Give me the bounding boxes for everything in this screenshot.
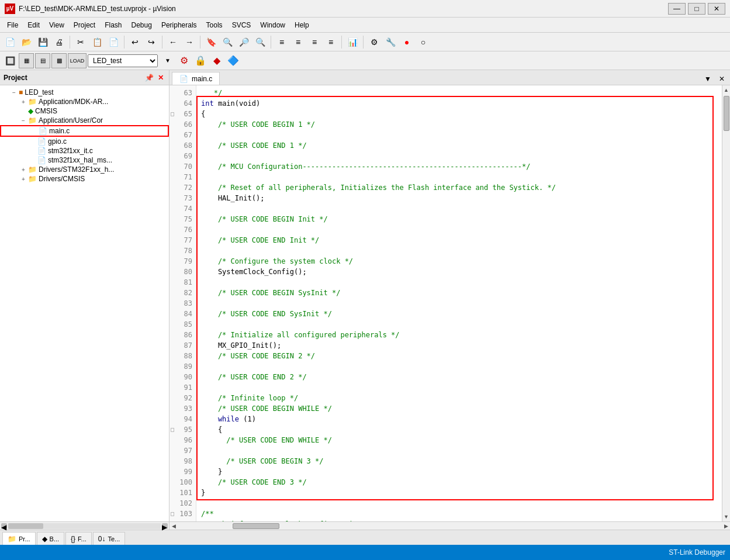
vscroll-track[interactable] xyxy=(723,94,730,513)
code-line-86[interactable]: /* Initialize all configured peripherals… xyxy=(201,330,717,340)
settings-btn[interactable]: ⚙ xyxy=(366,34,382,50)
code-line-66[interactable]: /* USER CODE BEGIN 1 */ xyxy=(201,119,717,130)
code-line-87[interactable]: MX_GPIO_Init(); xyxy=(201,340,717,351)
paste-btn[interactable]: 📄 xyxy=(106,34,121,50)
indent4-btn[interactable]: ≡ xyxy=(323,34,338,50)
code-line-68[interactable]: /* USER CODE END 1 */ xyxy=(201,140,717,151)
tb2-btn2[interactable]: ▦ xyxy=(19,53,34,68)
code-line-90[interactable]: /* USER CODE END 2 */ xyxy=(201,372,717,382)
bookmark-btn[interactable]: 🔖 xyxy=(203,34,219,50)
code-line-88[interactable]: /* USER CODE BEGIN 2 */ xyxy=(201,351,717,361)
menu-item-edit[interactable]: Edit xyxy=(23,20,44,30)
code-line-92[interactable]: /* Infinite loop */ xyxy=(201,393,717,403)
save-all-btn[interactable]: 🖨 xyxy=(51,34,67,50)
code-line-104[interactable]: * @brief System Clock Configuration xyxy=(201,519,717,521)
code-line-93[interactable]: /* USER CODE BEGIN WHILE */ xyxy=(201,403,717,414)
expand-drv-cmsis[interactable]: + xyxy=(19,176,28,182)
code-content[interactable]: */ int main(void) { /* USER CODE BEGIN 1… xyxy=(196,85,722,521)
code-line-102[interactable] xyxy=(201,498,717,509)
code-line-81[interactable] xyxy=(201,277,717,288)
tree-item-drv-cmsis[interactable]: + 📁 Drivers/CMSIS xyxy=(0,174,169,184)
editor-hscrollbar[interactable]: ◀ ▶ xyxy=(169,521,730,530)
code-line-96[interactable]: /* USER CODE END WHILE */ xyxy=(201,435,717,445)
indent1-btn[interactable]: ≡ xyxy=(274,34,289,50)
expand-65[interactable]: □ xyxy=(171,109,174,119)
code-line-91[interactable] xyxy=(201,382,717,393)
hscroll-thumb[interactable] xyxy=(233,523,279,529)
code-line-63[interactable]: */ xyxy=(201,88,717,98)
hscroll-thumb[interactable] xyxy=(8,523,43,529)
bottom-tab-func[interactable]: {} F... xyxy=(65,532,92,545)
code-line-64[interactable]: int main(void) xyxy=(201,98,717,109)
code-line-103[interactable]: /** xyxy=(201,509,717,519)
expand-app-mdk[interactable]: + xyxy=(19,99,28,105)
menu-item-file[interactable]: File xyxy=(2,20,23,30)
bottom-tab-project[interactable]: 📁 Pr... xyxy=(2,532,36,545)
code-line-101[interactable]: } xyxy=(201,488,717,498)
tab-close-btn[interactable]: ✕ xyxy=(716,73,728,85)
find2-btn[interactable]: 🔎 xyxy=(236,34,251,50)
expand-103[interactable]: □ xyxy=(171,509,174,519)
code-line-82[interactable]: /* USER CODE BEGIN SysInit */ xyxy=(201,288,717,298)
menu-item-tools[interactable]: Tools xyxy=(202,20,227,30)
tree-item-stm32-hal[interactable]: 📄 stm32f1xx_hal_ms... xyxy=(0,155,169,165)
expand-drv-stm32[interactable]: + xyxy=(19,167,28,173)
tree-item-main-c[interactable]: 📄 main.c xyxy=(0,125,169,137)
vscroll-thumb[interactable] xyxy=(724,96,729,131)
debug-circle-btn[interactable]: ○ xyxy=(416,34,431,50)
forward-btn[interactable]: → xyxy=(182,34,197,50)
menu-item-project[interactable]: Project xyxy=(69,20,100,30)
save-btn[interactable]: 💾 xyxy=(35,34,50,50)
menu-item-view[interactable]: View xyxy=(44,20,69,30)
find3-btn[interactable]: 🔍 xyxy=(252,34,268,50)
tree-item-app-mdk[interactable]: + 📁 Application/MDK-AR... xyxy=(0,97,169,106)
find-btn[interactable]: 🔍 xyxy=(220,34,235,50)
code-line-80[interactable]: SystemClock_Config(); xyxy=(201,267,717,277)
minimize-button[interactable]: — xyxy=(668,3,686,15)
vscroll-up[interactable]: ▲ xyxy=(723,87,730,94)
debug-red-btn[interactable]: ● xyxy=(399,34,414,50)
bottom-tab-build[interactable]: ◆ B... xyxy=(37,532,65,545)
tb2-btn4[interactable]: ▩ xyxy=(51,53,67,68)
tree-item-stm32-it[interactable]: 📄 stm32f1xx_it.c xyxy=(0,146,169,155)
tree-item-app-user[interactable]: − 📁 Application/User/Cor xyxy=(0,116,169,125)
menu-item-debug[interactable]: Debug xyxy=(127,20,157,30)
redo-btn[interactable]: ↪ xyxy=(144,34,159,50)
code-line-97[interactable] xyxy=(201,445,717,456)
close-button[interactable]: ✕ xyxy=(708,3,725,15)
tb2-btn1[interactable]: 🔲 xyxy=(2,53,18,68)
project-dropdown[interactable]: LED_test xyxy=(88,54,158,67)
hscroll-right[interactable]: ▶ xyxy=(722,522,730,530)
editor-vscrollbar[interactable]: ▲ ▼ xyxy=(722,85,730,521)
menu-item-peripherals[interactable]: Peripherals xyxy=(157,20,202,30)
code-line-77[interactable]: /* USER CODE END Init */ xyxy=(201,235,717,246)
dropdown-arrow[interactable]: ▼ xyxy=(160,53,175,68)
code-line-73[interactable]: HAL_Init(); xyxy=(201,193,717,203)
tree-item-cmsis[interactable]: ◆ CMSIS xyxy=(0,106,169,116)
hscroll-right-arrow[interactable]: ▶ xyxy=(162,523,168,529)
code-line-83[interactable] xyxy=(201,298,717,309)
expand-app-user[interactable]: − xyxy=(19,117,28,124)
menu-item-window[interactable]: Window xyxy=(255,20,290,30)
code-line-94[interactable]: while (1) xyxy=(201,414,717,424)
vscroll-down[interactable]: ▼ xyxy=(723,513,730,520)
tb2-icon2[interactable]: 🔒 xyxy=(193,53,208,68)
code-line-74[interactable] xyxy=(201,203,717,214)
code-line-67[interactable] xyxy=(201,130,717,140)
undo-btn[interactable]: ↩ xyxy=(127,34,143,50)
code-line-78[interactable] xyxy=(201,246,717,256)
tree-item-drv-stm32[interactable]: + 📁 Drivers/STM32F1xx_h... xyxy=(0,165,169,174)
indent2-btn[interactable]: ≡ xyxy=(290,34,306,50)
chart-btn[interactable]: 📊 xyxy=(345,34,360,50)
code-line-99[interactable]: } xyxy=(201,466,717,477)
menu-item-help[interactable]: Help xyxy=(290,20,314,30)
tree-item-gpio-c[interactable]: 📄 gpio.c xyxy=(0,137,169,146)
tree-item-led-test[interactable]: − ■ LED_test xyxy=(0,88,169,97)
hscroll-left-arrow[interactable]: ◀ xyxy=(1,523,7,529)
menu-item-svcs[interactable]: SVCS xyxy=(227,20,256,30)
tb2-btn3[interactable]: ▤ xyxy=(35,53,50,68)
code-line-95[interactable]: { xyxy=(201,424,717,435)
project-pin-icon[interactable]: 📌 xyxy=(144,73,154,82)
code-line-71[interactable] xyxy=(201,172,717,182)
tb2-icon1[interactable]: ⚙ xyxy=(177,53,192,68)
